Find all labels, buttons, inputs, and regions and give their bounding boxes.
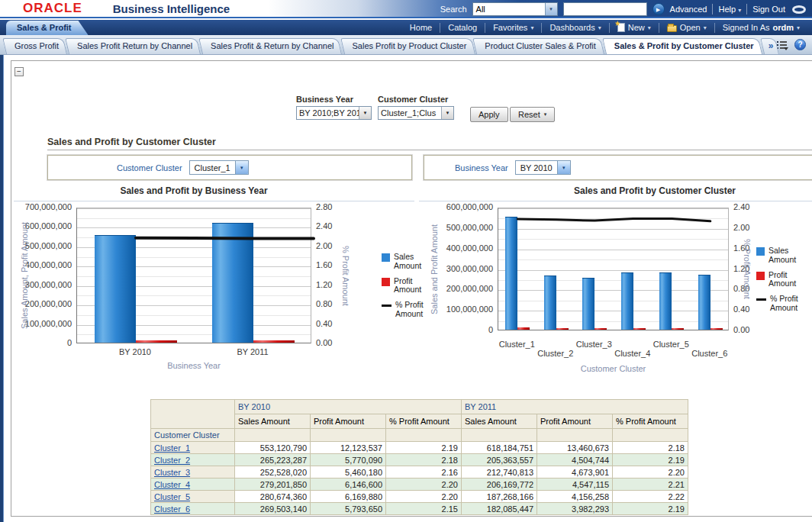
signed-in-menu[interactable]: Signed In Asordm▾ (715, 23, 807, 32)
tab-label: Sales Profit & Return by Channel (211, 41, 334, 50)
chevron-down-icon: ▼ (441, 107, 453, 119)
chevron-down-icon: ▼ (545, 3, 557, 15)
help-menu-label: Help (718, 5, 736, 14)
column-header-profit-amount: Profit Amount (537, 414, 613, 429)
signed-in-user: ordm (772, 23, 794, 32)
sign-out-link[interactable]: Sign Out (752, 5, 785, 14)
legend-swatch (382, 304, 392, 307)
cluster-link-cluster-4[interactable]: Cluster_4 (154, 480, 190, 489)
column-header-profit-amount: % Profit Amount (386, 414, 462, 429)
x-axis-title: Business Year (140, 361, 247, 370)
value-cell: 2.21 (613, 478, 688, 491)
customer-cluster-prompt-value: Cluster_1;Clus (379, 107, 441, 119)
search-scope-select[interactable]: All ▼ (472, 2, 558, 16)
search-go-button[interactable]: ▶ (652, 3, 665, 15)
collapse-section-button[interactable]: − (14, 67, 24, 76)
value-cell: 2.20 (386, 478, 462, 491)
tab-sales-profit-return-by-channel[interactable]: Sales Profit Return by Channel (69, 38, 206, 54)
legend-label: Sales Amount (768, 246, 810, 265)
section-rule (47, 150, 812, 150)
value-cell: 2.20 (386, 491, 462, 503)
cluster-link-cluster-2[interactable]: Cluster_2 (154, 456, 190, 465)
empty-header-cell (462, 429, 537, 442)
table-row-cluster-2: Cluster_2265,223,2875,770,0902.18205,363… (151, 454, 688, 466)
search-input[interactable] (563, 2, 647, 16)
x-axis-label-cluster-1: Cluster_1 (482, 340, 551, 349)
separator (712, 4, 713, 14)
column-header-sales-amount: Sales Amount (462, 414, 537, 429)
menu-item-favorites[interactable]: Favorites▾ (485, 23, 541, 32)
tab-gross-profit[interactable]: Gross Profit (6, 38, 72, 54)
cluster-link-cluster-1[interactable]: Cluster_1 (154, 443, 190, 453)
chevron-down-icon: ▼ (557, 161, 570, 174)
chevron-down-icon: ▾ (704, 24, 707, 31)
cluster-link-cluster-6[interactable]: Cluster_6 (154, 504, 190, 514)
tab-product-cluster-sales-profit[interactable]: Product Cluster Sales & Profit (476, 38, 610, 54)
y-axis-tick-label: 400,000,000 (416, 243, 493, 253)
value-cell: 618,184,751 (462, 442, 537, 454)
tab-sales-profit-return-by-channel[interactable]: Sales Profit & Return by Channel (202, 38, 347, 54)
reset-button[interactable]: Reset ▾ (510, 107, 555, 122)
plot-area (498, 208, 729, 330)
value-cell: 2.18 (613, 442, 688, 454)
business-year-prompt-label: Business Year (296, 95, 372, 104)
cluster-link-cluster-3[interactable]: Cluster_3 (154, 468, 190, 477)
business-year-prompt-select[interactable]: BY 2010;BY 2011 ▼ (296, 106, 372, 120)
global-navbar: Sales & Profit HomeCatalogFavorites▾Dash… (0, 20, 812, 35)
y-axis-tick-label: 300,000,000 (416, 264, 493, 273)
customer-cluster-select[interactable]: Cluster_1 ▼ (189, 160, 249, 175)
customer-cluster-prompt-select[interactable]: Cluster_1;Clus ▼ (378, 106, 454, 120)
x-axis-label-cluster-6: Cluster_6 (675, 349, 744, 358)
column-group-by-2010: BY 2010 (235, 400, 462, 414)
top-header: ORACLE Business Intelligence Search All … (0, 0, 812, 18)
cluster-link-cluster-5[interactable]: Cluster_5 (154, 492, 190, 501)
business-year-selector-label: Business Year (455, 163, 508, 172)
tab-sales-profit-by-customer-cluster[interactable]: Sales & Profit by Customer Cluster (606, 38, 768, 54)
value-cell: 212,740,813 (462, 466, 537, 478)
chevron-down-icon: ▾ (530, 24, 533, 31)
menu-item-home[interactable]: Home (402, 23, 440, 32)
value-cell: 187,268,166 (462, 491, 537, 503)
global-menu: HomeCatalogFavorites▾Dashboards▾New▾Open… (402, 20, 807, 35)
tab-sales-profit-by-product-cluster[interactable]: Sales Profit by Product Cluster (344, 38, 481, 54)
x-axis-label-cluster-4: Cluster_4 (598, 349, 667, 358)
menu-item-new[interactable]: New▾ (610, 23, 659, 32)
row-header-cell: Cluster_2 (151, 454, 235, 466)
help-menu[interactable]: Help ▾ (718, 5, 741, 14)
right-axis-title: % Profit Amount (743, 208, 752, 330)
advanced-link[interactable]: Advanced (670, 5, 707, 14)
row-header-label: Customer Cluster (151, 429, 235, 442)
value-cell: 2.18 (386, 454, 462, 466)
apply-button[interactable]: Apply (470, 107, 508, 122)
tab-label: Product Cluster Sales & Profit (485, 41, 596, 50)
legend-swatch (756, 247, 765, 256)
empty-header-cell (537, 429, 613, 442)
value-cell: 4,547,115 (537, 478, 613, 491)
value-cell: 4,673,901 (537, 466, 613, 478)
apply-button-label: Apply (478, 110, 500, 119)
right-axis-tick-label: 1.20 (316, 280, 332, 289)
product-title: Business Intelligence (113, 2, 230, 15)
menu-item-open[interactable]: Open▾ (659, 23, 714, 32)
row-header-cell: Cluster_5 (151, 491, 235, 503)
value-cell: 280,674,360 (235, 491, 311, 503)
x-axis-label-cluster-2: Cluster_2 (521, 349, 590, 358)
value-cell: 12,123,537 (311, 442, 386, 454)
menu-item-dashboards[interactable]: Dashboards▾ (542, 23, 608, 32)
legend-swatch (382, 253, 390, 262)
dashboard-tab-sales-profit[interactable]: Sales & Profit (6, 21, 89, 35)
table-row-cluster-6: Cluster_6269,503,1405,793,6502.15182,085… (151, 503, 688, 515)
y-axis-title: Sales Amount, Profit Amount (20, 208, 29, 343)
value-cell: 6,169,880 (311, 491, 386, 503)
left-edge-stripe-light (3, 55, 4, 522)
separator (746, 4, 747, 14)
row-header-cell: Cluster_3 (151, 466, 235, 478)
legend-swatch (756, 298, 766, 301)
value-cell: 2.15 (386, 503, 462, 515)
y-axis-tick-label: 200,000,000 (416, 284, 493, 293)
help-icon[interactable]: ? (794, 39, 806, 50)
legend-label: % Profit Amount (770, 295, 811, 313)
menu-item-catalog[interactable]: Catalog (440, 23, 485, 32)
sales-profit-by-customer-cluster-chart: Sales and Profit by Customer Cluster0100… (416, 182, 812, 385)
business-year-select[interactable]: BY 2010 ▼ (515, 160, 571, 175)
